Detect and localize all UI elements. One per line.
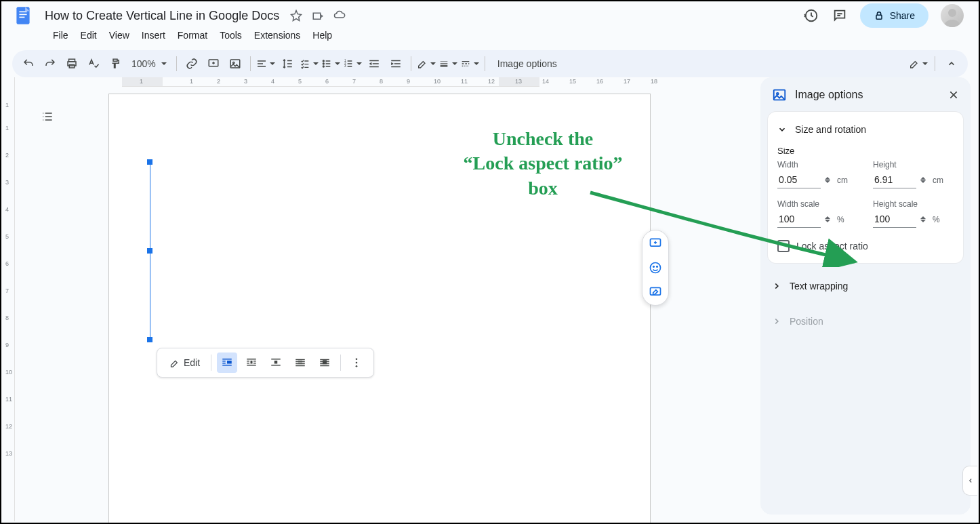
border-color-dropdown[interactable] xyxy=(417,54,436,73)
docs-logo-icon[interactable] xyxy=(9,2,37,29)
svg-rect-20 xyxy=(274,361,278,364)
checklist-dropdown[interactable] xyxy=(300,54,319,73)
print-button[interactable] xyxy=(62,54,81,73)
size-rotation-section: Size and rotation Size Width cm Height xyxy=(768,112,963,263)
bulleted-list-dropdown[interactable] xyxy=(321,54,340,73)
move-icon[interactable] xyxy=(312,9,324,22)
history-icon[interactable] xyxy=(803,7,819,24)
width-scale-label: Width scale xyxy=(777,199,858,209)
width-input[interactable] xyxy=(777,172,821,188)
chevron-down-icon xyxy=(356,62,362,65)
svg-point-13 xyxy=(323,63,324,64)
svg-point-25 xyxy=(356,365,358,367)
image-options-button[interactable]: Image options xyxy=(491,58,564,69)
image-inline-toolbar: Edit xyxy=(157,348,374,378)
editing-mode-dropdown[interactable] xyxy=(909,54,928,73)
decrease-indent-button[interactable] xyxy=(365,54,384,73)
add-comment-fab[interactable] xyxy=(648,236,663,251)
selected-vertical-line[interactable] xyxy=(150,162,150,340)
wrap-front-button[interactable] xyxy=(314,352,335,373)
close-panel-button[interactable] xyxy=(948,89,959,100)
numbered-list-dropdown[interactable]: 123 xyxy=(343,54,362,73)
height-scale-input[interactable] xyxy=(873,211,916,228)
user-avatar[interactable] xyxy=(941,4,964,27)
unit-cm: cm xyxy=(837,176,848,185)
panel-title: Image options xyxy=(795,89,863,101)
resize-handle-top[interactable] xyxy=(147,159,152,165)
separator xyxy=(935,56,935,71)
menu-file[interactable]: File xyxy=(47,27,74,43)
outline-toggle-button[interactable] xyxy=(35,104,60,129)
width-scale-input[interactable] xyxy=(777,211,821,228)
width-scale-stepper[interactable] xyxy=(825,216,830,222)
increase-indent-button[interactable] xyxy=(386,54,405,73)
align-dropdown[interactable] xyxy=(256,54,275,73)
horizontal-ruler[interactable]: 1 1 2 3 4 5 6 7 8 9 10 11 12 13 14 15 16… xyxy=(122,77,539,87)
resize-handle-middle[interactable] xyxy=(147,248,152,254)
height-field: Height cm xyxy=(873,160,954,188)
menu-edit[interactable]: Edit xyxy=(75,27,102,43)
section-title: Size and rotation xyxy=(795,124,866,135)
edit-image-button[interactable]: Edit xyxy=(164,355,205,371)
toolbar-right xyxy=(909,54,961,73)
menu-help[interactable]: Help xyxy=(307,27,338,43)
width-stepper[interactable] xyxy=(825,177,830,183)
editor-area: 1 1 2 3 4 5 6 7 8 9 10 11 12 13 14 15 16… xyxy=(15,77,760,521)
chevron-right-icon xyxy=(772,317,781,326)
side-panel-expand-button[interactable] xyxy=(962,466,977,496)
lock-aspect-checkbox[interactable] xyxy=(777,240,790,252)
header-right: Share xyxy=(803,3,971,28)
zoom-dropdown[interactable]: 100% xyxy=(127,58,171,69)
comments-icon[interactable] xyxy=(832,7,848,24)
title-bar: How to Create Vertical Line in Google Do… xyxy=(1,1,979,26)
ruler-wrap: 1 1 2 3 4 5 6 7 8 9 10 11 12 13 14 15 16… xyxy=(42,77,539,89)
wrap-text-button[interactable] xyxy=(241,352,262,373)
spellcheck-button[interactable] xyxy=(84,54,103,73)
chevron-down-icon xyxy=(335,62,340,65)
document-page[interactable]: Edit Uncheck the “Lock aspect ratio” xyxy=(108,94,651,524)
wrap-behind-button[interactable] xyxy=(290,352,310,373)
image-options-panel: Image options Size and rotation Size Wid… xyxy=(760,77,971,515)
insert-image-button[interactable] xyxy=(226,54,245,73)
more-options-button[interactable] xyxy=(346,352,367,373)
undo-button[interactable] xyxy=(19,54,38,73)
size-subheading: Size xyxy=(777,146,954,156)
border-weight-dropdown[interactable] xyxy=(438,54,457,73)
menu-extensions[interactable]: Extensions xyxy=(249,27,306,43)
wrap-break-button[interactable] xyxy=(266,352,286,373)
add-emoji-fab[interactable] xyxy=(648,260,663,275)
cloud-status-icon[interactable] xyxy=(333,9,346,22)
resize-handle-bottom[interactable] xyxy=(147,337,152,342)
width-field: Width cm xyxy=(777,160,858,188)
svg-rect-18 xyxy=(227,361,232,364)
height-input[interactable] xyxy=(873,172,916,188)
size-rotation-toggle[interactable]: Size and rotation xyxy=(777,120,954,139)
unit-pct: % xyxy=(933,215,940,224)
paint-format-button[interactable] xyxy=(106,54,125,73)
add-comment-button[interactable] xyxy=(204,54,223,73)
svg-point-24 xyxy=(356,362,358,364)
svg-point-11 xyxy=(232,62,234,63)
star-icon[interactable] xyxy=(290,9,302,22)
suggest-edits-fab[interactable] xyxy=(648,285,663,300)
document-title[interactable]: How to Create Vertical Line in Google Do… xyxy=(41,7,283,24)
separator xyxy=(485,56,485,71)
menu-insert[interactable]: Insert xyxy=(136,27,171,43)
text-wrapping-toggle[interactable]: Text wrapping xyxy=(772,277,959,296)
border-dash-dropdown[interactable] xyxy=(460,54,479,73)
insert-link-button[interactable] xyxy=(182,54,201,73)
menu-tools[interactable]: Tools xyxy=(214,27,247,43)
width-label: Width xyxy=(777,160,858,169)
share-button[interactable]: Share xyxy=(860,3,928,28)
unit-pct: % xyxy=(837,215,844,224)
line-spacing-button[interactable] xyxy=(278,54,297,73)
redo-button[interactable] xyxy=(41,54,60,73)
height-stepper[interactable] xyxy=(920,177,926,183)
height-scale-stepper[interactable] xyxy=(920,216,926,222)
menu-view[interactable]: View xyxy=(104,27,135,43)
wrap-inline-button[interactable] xyxy=(217,352,237,373)
menu-format[interactable]: Format xyxy=(172,27,213,43)
collapse-toolbar-button[interactable] xyxy=(942,54,961,73)
svg-rect-19 xyxy=(251,361,253,364)
vertical-ruler[interactable]: 1 1 2 3 4 5 6 7 8 9 10 11 12 13 xyxy=(3,77,15,521)
